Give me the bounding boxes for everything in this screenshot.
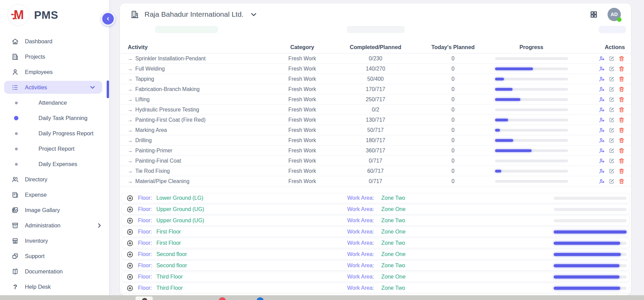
assign-user-icon[interactable] [598, 65, 605, 72]
bullet-dot-icon [15, 102, 18, 104]
sidebar-item-support[interactable]: Support [0, 249, 109, 264]
apps-grid-icon[interactable] [589, 10, 598, 19]
delete-icon[interactable] [618, 96, 625, 103]
delete-icon[interactable] [618, 76, 625, 82]
edit-icon[interactable] [608, 117, 615, 123]
activity-row[interactable]: → Fabrication-Branch Making Fresh Work 1… [120, 84, 631, 94]
sidebar-subitem-attendance[interactable]: Attendance [0, 95, 109, 110]
expand-plus-icon[interactable] [126, 251, 134, 258]
floor-row[interactable]: Floor: First Floor Work Area: Zone Two [121, 238, 630, 248]
expand-plus-icon[interactable] [126, 228, 134, 236]
edit-icon[interactable] [608, 106, 615, 113]
edit-icon[interactable] [608, 168, 615, 175]
expand-plus-icon[interactable] [126, 206, 134, 213]
user-avatar[interactable]: AD [608, 8, 621, 21]
edit-icon[interactable] [608, 137, 615, 144]
floor-label: Floor: [138, 240, 152, 246]
taskbar-red-app-icon[interactable] [219, 297, 226, 300]
assign-user-icon[interactable] [598, 127, 605, 134]
assign-user-icon[interactable] [598, 55, 605, 62]
assign-user-icon[interactable] [598, 117, 605, 123]
activity-row[interactable]: → Marking Area Fresh Work 50/717 0 [120, 125, 631, 135]
delete-icon[interactable] [618, 127, 625, 134]
sidebar-item-expense[interactable]: Expense [0, 187, 109, 202]
expand-plus-icon[interactable] [126, 262, 134, 269]
sidebar-item-help-desk[interactable]: ?Help Desk [0, 279, 109, 295]
edit-icon[interactable] [608, 65, 615, 72]
activity-row[interactable]: → Full Welding Fresh Work 140/270 0 [120, 64, 631, 74]
sidebar-item-employees[interactable]: Employees [0, 64, 109, 80]
delete-icon[interactable] [618, 137, 625, 144]
delete-icon[interactable] [618, 147, 625, 154]
edit-icon[interactable] [608, 127, 615, 134]
home-icon [11, 38, 19, 45]
sidebar-subitem-daily-task-planning[interactable]: Daily Task Planning [0, 110, 109, 126]
activity-row[interactable]: → Tie Rod Fixing Fresh Work 60/717 0 [120, 166, 631, 176]
floor-row[interactable]: Floor: Second floor Work Area: Zone One [121, 249, 630, 259]
expand-plus-icon[interactable] [126, 195, 134, 202]
assign-user-icon[interactable] [598, 106, 605, 113]
sidebar-item-inventory[interactable]: Inventory [0, 233, 109, 249]
activity-row[interactable]: → Painting-Final Coat Fresh Work 0/717 0 [120, 156, 631, 166]
delete-icon[interactable] [618, 55, 625, 62]
expand-plus-icon[interactable] [126, 217, 134, 224]
sidebar-subitem-daily-progress-report[interactable]: Daily Progress Report [0, 126, 109, 141]
edit-icon[interactable] [608, 86, 615, 93]
company-selector[interactable]: Raja Bahadur International Ltd. [130, 10, 258, 19]
expand-plus-icon[interactable] [126, 240, 134, 247]
sidebar-subitem-project-report[interactable]: Project Report [0, 141, 109, 156]
sidebar-item-documentation[interactable]: Documentation [0, 264, 109, 279]
activity-row[interactable]: → Painting-Primer Fresh Work 360/717 0 [120, 146, 631, 156]
activity-row[interactable]: → Drilling Fresh Work 180/717 0 [120, 135, 631, 146]
floor-row[interactable]: Floor: Lower Ground (LG) Work Area: Zone… [121, 193, 630, 203]
assign-user-icon[interactable] [598, 168, 605, 175]
edit-icon[interactable] [608, 96, 615, 103]
sidebar-subitem-daily-expenses[interactable]: Daily Expenses [0, 156, 109, 172]
sidebar-item-image-gallary[interactable]: Image Gallary [0, 202, 109, 218]
delete-icon[interactable] [618, 65, 625, 72]
assign-user-icon[interactable] [598, 137, 605, 144]
activity-row[interactable]: → Sprinkler Installation-Pendant Fresh W… [120, 54, 631, 64]
activity-row[interactable]: → Tapping Fresh Work 50/400 0 [120, 74, 631, 84]
floor-row[interactable]: Floor: Third Floor Work Area: Zone One [121, 272, 630, 282]
floor-row[interactable]: Floor: Upper Ground (UG) Work Area: Zone… [121, 215, 630, 226]
floor-row[interactable]: Floor: First Floor Work Area: Zone One [121, 227, 630, 237]
sidebar-item-dashboard[interactable]: Dashboard [0, 34, 109, 49]
activity-row[interactable]: → Painting-First Coat (Fire Red) Fresh W… [120, 115, 631, 125]
activity-name: Painting-Final Coat [135, 158, 181, 164]
delete-icon[interactable] [618, 158, 625, 164]
delete-icon[interactable] [618, 117, 625, 123]
delete-icon[interactable] [618, 178, 625, 185]
sidebar-item-directory[interactable]: Directory [0, 172, 109, 187]
assign-user-icon[interactable] [598, 86, 605, 93]
delete-icon[interactable] [618, 168, 625, 175]
assign-user-icon[interactable] [598, 96, 605, 103]
arrow-right-icon: → [127, 158, 133, 164]
activity-row[interactable]: → Material/Pipe Cleaning Fresh Work 0/71… [120, 176, 631, 186]
edit-icon[interactable] [608, 178, 615, 185]
assign-user-icon[interactable] [598, 76, 605, 82]
activity-row[interactable]: → Lifting Fresh Work 250/717 0 [120, 94, 631, 105]
expand-plus-icon[interactable] [126, 285, 134, 292]
activity-name: Material/Pipe Cleaning [135, 178, 189, 184]
sidebar-collapse-button[interactable] [101, 12, 115, 26]
sidebar-item-activities[interactable]: Activities [4, 81, 102, 94]
taskbar-blue-app-icon[interactable] [257, 297, 264, 300]
delete-icon[interactable] [618, 86, 625, 93]
assign-user-icon[interactable] [598, 158, 605, 164]
edit-icon[interactable] [608, 76, 615, 82]
sidebar-item-projects[interactable]: Projects [0, 49, 109, 64]
sidebar-item-administration[interactable]: Administration [0, 218, 109, 233]
assign-user-icon[interactable] [598, 178, 605, 185]
edit-icon[interactable] [608, 158, 615, 164]
floor-row[interactable]: Floor: Second floor Work Area: Zone Two [121, 260, 630, 271]
assign-user-icon[interactable] [598, 147, 605, 154]
edit-icon[interactable] [608, 55, 615, 62]
delete-icon[interactable] [618, 106, 625, 113]
expand-plus-icon[interactable] [126, 273, 134, 281]
taskbar-app-tile[interactable] [135, 296, 153, 300]
floor-row[interactable]: Floor: Third Floor Work Area: Zone Two [121, 283, 630, 293]
activity-row[interactable]: → Hydraulic Pressure Testing Fresh Work … [120, 105, 631, 115]
floor-row[interactable]: Floor: Upper Ground (UG) Work Area: Zone… [121, 204, 630, 214]
edit-icon[interactable] [608, 147, 615, 154]
